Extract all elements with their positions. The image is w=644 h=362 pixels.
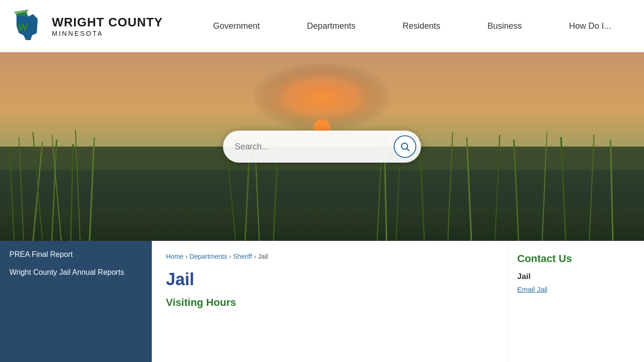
visiting-hours-heading: Visiting Hours (166, 296, 493, 309)
breadcrumb-sep-3: › (254, 253, 258, 260)
nav-residents[interactable]: Residents (396, 16, 447, 36)
nav-departments[interactable]: Departments (300, 16, 363, 36)
nav-how-do-i[interactable]: How Do I... (562, 16, 618, 36)
sidebar-annual-reports-link[interactable]: Wright County Jail Annual Reports (9, 268, 142, 277)
logo-area: W WRIGHT COUNTY MINNESOTA (9, 7, 190, 45)
nav-business[interactable]: Business (480, 16, 529, 36)
svg-line-35 (407, 148, 409, 151)
main-nav: Government Departments Residents Busines… (190, 16, 635, 36)
breadcrumb-sheriff[interactable]: Sheriff (233, 253, 252, 260)
content-area: PREA Final Report Wright County Jail Ann… (0, 241, 644, 362)
sidebar-prea-link[interactable]: PREA Final Report (9, 250, 142, 259)
right-sidebar: Contact Us Jail Email Jail (507, 241, 644, 362)
county-name: WRIGHT COUNTY (52, 15, 163, 30)
left-sidebar: PREA Final Report Wright County Jail Ann… (0, 241, 152, 362)
search-bar (223, 131, 421, 163)
header: W WRIGHT COUNTY MINNESOTA Government Dep… (0, 0, 644, 52)
breadcrumb: Home › Departments › Sheriff › Jail (166, 253, 493, 260)
state-name: MINNESOTA (52, 30, 163, 37)
breadcrumb-current: Jail (258, 253, 268, 260)
search-input[interactable] (235, 142, 394, 152)
email-jail-link[interactable]: Email Jail (517, 285, 547, 293)
logo-icon: W (9, 7, 47, 45)
breadcrumb-home[interactable]: Home (166, 253, 183, 260)
hero-section (0, 52, 644, 241)
svg-point-34 (402, 143, 408, 149)
contact-jail-label: Jail (517, 272, 635, 281)
main-content: Home › Departments › Sheriff › Jail Jail… (152, 241, 507, 362)
breadcrumb-sep-1: › (185, 253, 190, 260)
page-title: Jail (166, 270, 493, 289)
search-button[interactable] (394, 135, 416, 158)
svg-text:W: W (18, 21, 28, 33)
contact-us-title: Contact Us (517, 253, 635, 265)
breadcrumb-departments[interactable]: Departments (190, 253, 227, 260)
nav-government[interactable]: Government (206, 16, 267, 36)
logo-text: WRIGHT COUNTY MINNESOTA (52, 15, 163, 37)
search-icon (400, 141, 410, 152)
